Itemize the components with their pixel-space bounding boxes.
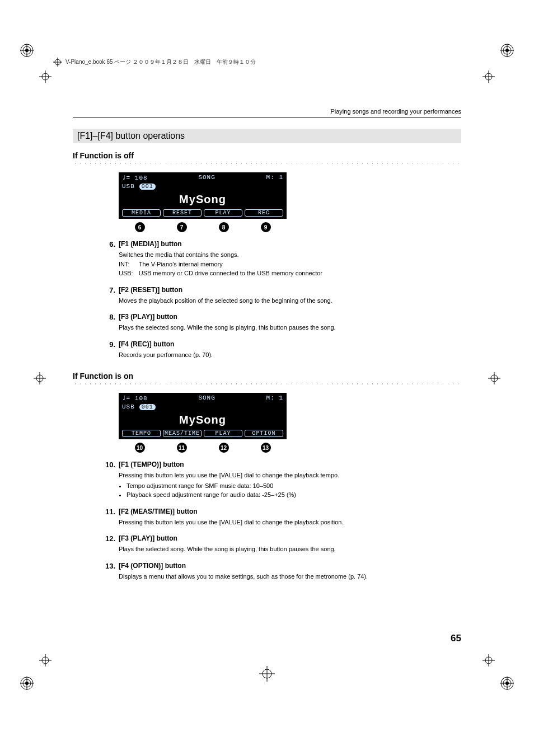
callout-10: 10 bbox=[135, 443, 145, 453]
item-body: Pressing this button lets you use the [V… bbox=[119, 518, 461, 527]
item-text: Switches the media that contains the son… bbox=[119, 250, 461, 260]
item-body: Plays the selected song. While the song … bbox=[119, 323, 461, 332]
fkey-meastime: MEAS/TIME bbox=[163, 430, 202, 437]
section-bar: [F1]–[F4] button operations bbox=[73, 129, 461, 143]
callouts-off: 6 7 8 9 bbox=[119, 222, 287, 232]
crossmark-tr bbox=[483, 71, 495, 83]
callout-9: 9 bbox=[261, 222, 271, 232]
list-item: 7.[F2 (RESET)] buttonMoves the playback … bbox=[104, 286, 461, 306]
list-item: 9.[F4 (REC)] buttonRecords your performa… bbox=[104, 340, 461, 360]
lcd-songname: MySong bbox=[119, 414, 287, 426]
crossmark-ml bbox=[34, 372, 46, 384]
fkey-tempo: TEMPO bbox=[122, 430, 161, 437]
item-body: Pressing this button lets you use the [V… bbox=[119, 471, 461, 500]
item-text: Pressing this button lets you use the [V… bbox=[119, 518, 461, 527]
item-number: 6. bbox=[104, 240, 115, 248]
page: { "header": { "bookline": "V-Piano_e.boo… bbox=[0, 0, 534, 756]
item-number: 7. bbox=[104, 286, 115, 294]
lcd-on: ♩= 108 SONG M: 1 USB 001 MySong TEMPO ME… bbox=[119, 393, 287, 439]
crossmark-mr bbox=[488, 372, 500, 384]
item-text: Pressing this button lets you use the [V… bbox=[119, 471, 461, 480]
item-text: Moves the playback position of the selec… bbox=[119, 296, 461, 306]
content: [F1]–[F4] button operations If Function … bbox=[73, 129, 461, 581]
list-item: 12.[F3 (PLAY)] buttonPlays the selected … bbox=[104, 534, 461, 554]
item-table: INT:The V-Piano's internal memoryUSB:USB… bbox=[119, 260, 328, 278]
item-number: 8. bbox=[104, 313, 115, 321]
fkey-option: OPTION bbox=[245, 430, 283, 437]
item-number: 12. bbox=[104, 534, 115, 543]
page-section-title: Playing songs and recording your perform… bbox=[330, 108, 461, 115]
item-title: [F1 (MEDIA)] button bbox=[119, 240, 182, 248]
item-title: [F1 (TEMPO)] button bbox=[119, 461, 184, 468]
item-body: Records your performance (p. 70). bbox=[119, 350, 461, 360]
item-text: Plays the selected song. While the song … bbox=[119, 544, 461, 554]
item-body: Moves the playback position of the selec… bbox=[119, 296, 461, 306]
table-cell: INT: bbox=[119, 260, 139, 269]
lcd-source: USB bbox=[122, 183, 135, 190]
page-number: 65 bbox=[451, 633, 461, 644]
item-title: [F4 (OPTION)] button bbox=[119, 562, 186, 570]
header-rule bbox=[73, 118, 461, 118]
item-number: 13. bbox=[104, 562, 115, 570]
bullet: Tempo adjustment range for SMF music dat… bbox=[127, 481, 461, 491]
regmark-tr bbox=[500, 44, 514, 57]
crossmark-tl bbox=[39, 71, 51, 83]
lcd-measure: M: 1 bbox=[266, 395, 283, 402]
lcd-off: ♩= 108 SONG M: 1 USB 001 MySong MEDIA RE… bbox=[119, 172, 287, 219]
item-text: Plays the selected song. While the song … bbox=[119, 323, 461, 332]
function-on-heading: If Function is on bbox=[73, 372, 461, 381]
list-item: 13.[F4 (OPTION)] buttonDisplays a menu t… bbox=[104, 562, 461, 581]
item-title: [F2 (MEAS/TIME)] button bbox=[119, 508, 198, 515]
fkey-play: PLAY bbox=[204, 209, 242, 217]
regmark-tl bbox=[20, 44, 34, 57]
fkey-play: PLAY bbox=[204, 430, 242, 437]
crossmark-bottom-center bbox=[259, 666, 275, 683]
fkey-media: MEDIA bbox=[122, 209, 161, 217]
item-bullets: Tempo adjustment range for SMF music dat… bbox=[119, 481, 461, 500]
callout-13: 13 bbox=[261, 443, 271, 453]
item-title: [F2 (RESET)] button bbox=[119, 286, 182, 294]
crossmark-br2 bbox=[483, 654, 495, 666]
fkey-reset: RESET bbox=[163, 209, 202, 217]
item-body: Plays the selected song. While the song … bbox=[119, 544, 461, 554]
item-text: Records your performance (p. 70). bbox=[119, 350, 461, 360]
item-number: 10. bbox=[104, 461, 115, 469]
callout-7: 7 bbox=[177, 222, 187, 232]
crossmark-bl2 bbox=[39, 654, 51, 666]
lcd-top-title: SONG bbox=[198, 395, 215, 402]
regmark-bl bbox=[20, 677, 34, 690]
lcd-tempo: ♩= 108 bbox=[122, 174, 148, 181]
lcd-measure: M: 1 bbox=[266, 174, 283, 181]
dotted-rule-2 bbox=[73, 382, 461, 386]
item-number: 9. bbox=[104, 340, 115, 349]
bookmark-header: V-Piano_e.book 65 ページ ２００９年１月２８日 水曜日 午前９… bbox=[53, 58, 256, 67]
callout-6: 6 bbox=[135, 222, 145, 232]
item-number: 11. bbox=[104, 508, 115, 516]
item-title: [F4 (REC)] button bbox=[119, 340, 174, 348]
callout-8: 8 bbox=[219, 222, 229, 232]
lcd-source: USB bbox=[122, 403, 135, 410]
table-cell: The V-Piano's internal memory bbox=[139, 260, 328, 269]
bookline-text: V-Piano_e.book 65 ページ ２００９年１月２８日 水曜日 午前９… bbox=[65, 58, 256, 66]
item-title: [F3 (PLAY)] button bbox=[119, 534, 177, 542]
lcd-songname: MySong bbox=[119, 193, 287, 206]
item-body: Displays a menu that allows you to make … bbox=[119, 572, 461, 581]
callout-11: 11 bbox=[177, 443, 187, 453]
item-text: Displays a menu that allows you to make … bbox=[119, 572, 461, 581]
crosshair-icon bbox=[53, 58, 62, 67]
lcd-songnum: 001 bbox=[139, 404, 156, 410]
item-title: [F3 (PLAY)] button bbox=[119, 313, 177, 321]
table-cell: USB: bbox=[119, 269, 139, 278]
item-body: Switches the media that contains the son… bbox=[119, 250, 461, 278]
regmark-br bbox=[500, 677, 514, 690]
lcd-tempo: ♩= 108 bbox=[122, 395, 148, 402]
lcd-songnum: 001 bbox=[139, 184, 156, 190]
list-item: 11.[F2 (MEAS/TIME)] buttonPressing this … bbox=[104, 508, 461, 527]
callouts-on: 10 11 12 13 bbox=[119, 443, 287, 453]
callout-12: 12 bbox=[219, 443, 229, 453]
function-off-heading: If Function is off bbox=[73, 151, 461, 160]
table-cell: USB memory or CD drive connected to the … bbox=[139, 269, 328, 278]
list-item: 6.[F1 (MEDIA)] buttonSwitches the media … bbox=[104, 240, 461, 278]
list-item: 10.[F1 (TEMPO)] buttonPressing this butt… bbox=[104, 461, 461, 500]
fkey-rec: REC bbox=[245, 209, 283, 217]
